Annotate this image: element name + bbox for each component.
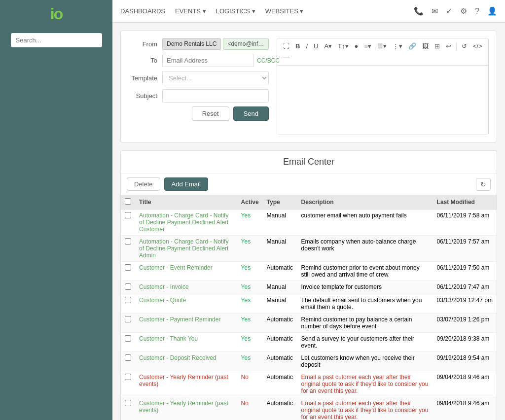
row-checkbox[interactable] xyxy=(125,400,131,406)
email-type: Manual xyxy=(263,210,297,236)
email-type: Manual xyxy=(263,236,297,262)
toolbar-unordered-list[interactable]: ⋮▾ xyxy=(391,41,404,51)
toolbar-table[interactable]: ⊞ xyxy=(433,41,442,51)
nav-logistics[interactable]: LOGISTICS ▾ xyxy=(216,7,255,15)
table-row: Automation - Charge Card - Notify of Dec… xyxy=(121,236,497,262)
nav-dashboards[interactable]: DASHBOARDS xyxy=(120,7,165,15)
compose-from-row: From Demo Rentals LLC <demo@inflatableof… xyxy=(129,38,269,50)
to-wrap: CC/BCC xyxy=(162,54,280,67)
email-description: Let customers know when you receive thei… xyxy=(297,352,433,371)
reset-button[interactable]: Reset xyxy=(192,106,229,121)
email-title-link[interactable]: Customer - Invoice xyxy=(139,283,189,290)
toolbar-redo[interactable]: ↺ xyxy=(460,41,469,51)
toolbar-bold[interactable]: B xyxy=(293,41,302,51)
template-select[interactable]: Select... xyxy=(162,71,269,85)
from-label: From xyxy=(129,40,162,48)
select-all-checkbox[interactable] xyxy=(125,198,131,205)
email-active: Yes xyxy=(237,262,263,281)
row-checkbox[interactable] xyxy=(125,374,131,380)
nav-websites[interactable]: WEBSITES ▾ xyxy=(265,7,304,15)
compose-subject-row: Subject xyxy=(129,89,269,103)
col-active: Active xyxy=(237,195,263,210)
col-description: Description xyxy=(297,195,433,210)
email-active: Yes xyxy=(237,294,263,314)
email-title-link[interactable]: Customer - Event Reminder xyxy=(139,264,213,271)
email-active: Yes xyxy=(237,236,263,262)
email-table-body: Automation - Charge Card - Notify of Dec… xyxy=(121,210,497,420)
to-email-input[interactable] xyxy=(162,54,254,67)
table-row: Customer - Payment ReminderYesAutomaticR… xyxy=(121,314,497,333)
email-last-modified: 09/04/2018 9:46 am xyxy=(433,397,497,420)
row-checkbox[interactable] xyxy=(125,264,131,271)
nav-events[interactable]: EVENTS ▾ xyxy=(175,7,206,15)
template-label: Template xyxy=(129,74,162,82)
email-type: Manual xyxy=(263,281,297,294)
search-input[interactable] xyxy=(11,33,102,47)
toolbar-fullscreen[interactable]: ⛶ xyxy=(281,41,291,51)
toolbar-ordered-list[interactable]: ☰▾ xyxy=(375,41,389,51)
toolbar-font-color[interactable]: A▾ xyxy=(322,41,334,51)
col-type: Type xyxy=(263,195,297,210)
col-title: Title xyxy=(135,195,237,210)
email-description: Invoice template for customers xyxy=(297,281,433,294)
toolbar-font-size[interactable]: T↕▾ xyxy=(336,41,350,51)
compose-buttons: Reset Send xyxy=(129,106,269,121)
table-row: Customer - Event ReminderYesAutomaticRem… xyxy=(121,262,497,281)
email-active: Yes xyxy=(237,333,263,352)
delete-button[interactable]: Delete xyxy=(127,177,160,191)
email-type: Automatic xyxy=(263,333,297,352)
to-label: To xyxy=(129,57,162,64)
email-title-link[interactable]: Customer - Yearly Reminder (past events) xyxy=(139,400,228,414)
table-row: Customer - Yearly Reminder (past events)… xyxy=(121,371,497,397)
email-active: Yes xyxy=(237,352,263,371)
row-checkbox[interactable] xyxy=(125,297,131,303)
row-checkbox[interactable] xyxy=(125,354,131,361)
email-last-modified: 06/11/2019 7:58 am xyxy=(433,210,497,236)
user-icon[interactable]: 👤 xyxy=(487,6,497,16)
email-description: Remind customer to pay balance a certain… xyxy=(297,314,433,333)
row-checkbox[interactable] xyxy=(125,316,131,322)
email-active: Yes xyxy=(237,210,263,236)
table-row: Customer - Deposit ReceivedYesAutomaticL… xyxy=(121,352,497,371)
row-checkbox[interactable] xyxy=(125,283,131,290)
toolbar-align[interactable]: ≡▾ xyxy=(362,41,373,51)
send-button[interactable]: Send xyxy=(233,106,269,121)
refresh-button[interactable]: ↻ xyxy=(476,178,491,191)
gear-icon[interactable]: ⚙ xyxy=(460,6,467,16)
email-title-link[interactable]: Customer - Deposit Received xyxy=(139,354,216,361)
help-icon[interactable]: ? xyxy=(475,7,479,16)
email-description: Remind customer prior to event about mon… xyxy=(297,262,433,281)
editor-panel: ⛶ B I U A▾ T↕▾ ● ≡▾ ☰▾ ⋮▾ 🔗 🖼 ⊞ ↩ ↺ < xyxy=(277,38,489,135)
email-title-link[interactable]: Customer - Quote xyxy=(139,297,186,304)
email-description: Email a past cutomer each year after the… xyxy=(297,397,433,420)
row-checkbox[interactable] xyxy=(125,212,131,218)
toolbar-undo[interactable]: ↩ xyxy=(444,41,453,51)
email-title-link[interactable]: Customer - Yearly Reminder (past events) xyxy=(139,374,228,387)
check-icon[interactable]: ✓ xyxy=(446,6,452,16)
email-title-link[interactable]: Customer - Payment Reminder xyxy=(139,316,220,323)
phone-icon[interactable]: 📞 xyxy=(414,6,424,16)
add-email-button[interactable]: Add Email xyxy=(164,177,208,191)
email-title-link[interactable]: Automation - Charge Card - Notify of Dec… xyxy=(139,238,228,259)
row-checkbox[interactable] xyxy=(125,335,131,342)
toolbar-image[interactable]: 🖼 xyxy=(420,41,431,51)
row-checkbox[interactable] xyxy=(125,238,131,245)
email-type: Automatic xyxy=(263,371,297,397)
toolbar-bullet-color[interactable]: ● xyxy=(353,41,361,51)
toolbar-underline[interactable]: U xyxy=(312,41,320,51)
toolbar-italic[interactable]: I xyxy=(304,41,310,51)
editor-body[interactable] xyxy=(277,66,488,135)
editor-toolbar: ⛶ B I U A▾ T↕▾ ● ≡▾ ☰▾ ⋮▾ 🔗 🖼 ⊞ ↩ ↺ < xyxy=(277,38,488,66)
email-title-link[interactable]: Customer - Thank You xyxy=(139,335,198,342)
subject-input[interactable] xyxy=(162,89,269,103)
email-last-modified: 03/07/2019 1:26 pm xyxy=(433,314,497,333)
toolbar-code[interactable]: </> xyxy=(471,41,484,51)
toolbar-link[interactable]: 🔗 xyxy=(406,41,418,51)
email-title-link[interactable]: Automation - Charge Card - Notify of Dec… xyxy=(139,212,228,233)
email-active: No xyxy=(237,371,263,397)
email-last-modified: 09/20/2018 9:38 am xyxy=(433,333,497,352)
email-active: Yes xyxy=(237,314,263,333)
mail-icon[interactable]: ✉ xyxy=(432,6,438,16)
toolbar-hr[interactable]: — xyxy=(281,53,291,62)
email-active: No xyxy=(237,397,263,420)
